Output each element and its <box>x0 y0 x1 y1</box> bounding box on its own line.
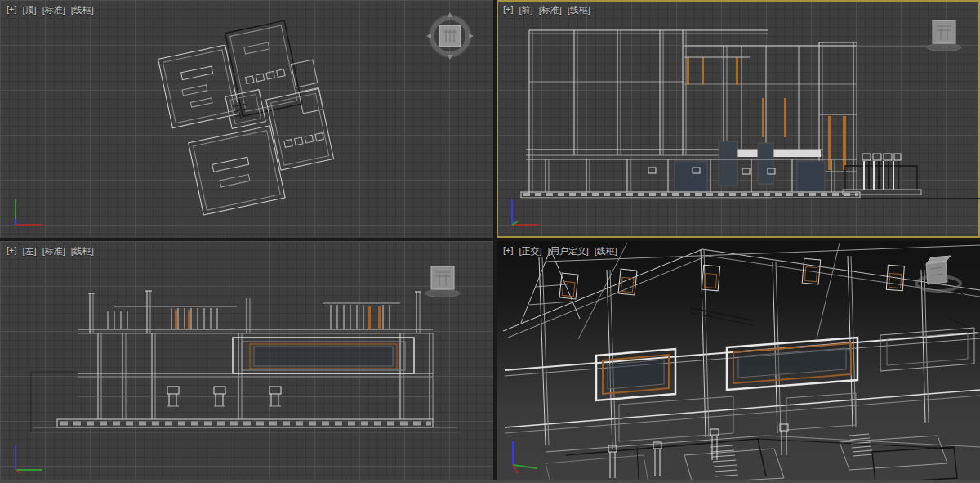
viewport-style-menu[interactable]: [标准] <box>42 245 65 257</box>
viewport-shading-menu[interactable]: [线框] <box>595 245 617 257</box>
viewport-menu-button[interactable]: [+] <box>7 245 17 257</box>
axis-tripod <box>8 442 46 478</box>
viewport-ortho-label: [+] [正交] [用户定义] [线框] <box>503 245 617 257</box>
viewport-left[interactable]: [+] [左] [标准] [线框] <box>0 241 493 483</box>
axis-tripod <box>505 439 542 478</box>
viewport-view-menu[interactable]: [左] <box>23 245 37 257</box>
viewcube-icon[interactable] <box>423 256 462 306</box>
front-view-wireframe <box>497 0 980 238</box>
viewport-menu-button[interactable]: [+] <box>7 4 17 16</box>
viewport-view-menu[interactable]: [顶] <box>23 4 37 16</box>
viewport-splitter-horizontal[interactable] <box>0 238 980 241</box>
viewport-shading-menu[interactable]: [线框] <box>71 245 94 257</box>
viewport-ortho[interactable]: [+] [正交] [用户定义] [线框] <box>497 241 980 483</box>
viewport-area-bottom-edge <box>0 480 980 483</box>
viewport-front-label: [+] [前] [标准] [线框] <box>503 4 590 16</box>
left-view-wireframe <box>0 241 493 483</box>
top-view-wireframe <box>0 0 493 238</box>
viewport-front[interactable]: [+] [前] [标准] [线框] <box>497 0 980 238</box>
viewport-splitter-vertical[interactable] <box>493 0 497 483</box>
viewport-view-menu[interactable]: [正交] <box>519 245 542 257</box>
viewcube-icon[interactable] <box>425 11 475 65</box>
axis-tripod <box>505 197 542 233</box>
viewport-grid: [+] [顶] [标准] [线框] <box>0 0 980 483</box>
viewport-view-menu[interactable]: [前] <box>519 4 533 16</box>
viewcube-icon[interactable] <box>913 251 964 303</box>
viewcube-icon[interactable] <box>924 10 964 60</box>
axis-tripod <box>8 197 46 233</box>
viewport-left-label: [+] [左] [标准] [线框] <box>7 245 94 257</box>
viewport-menu-button[interactable]: [+] <box>503 4 514 16</box>
viewport-shading-menu[interactable]: [线框] <box>71 4 94 16</box>
viewport-top-label: [+] [顶] [标准] [线框] <box>7 4 94 16</box>
viewport-menu-button[interactable]: [+] <box>503 245 514 257</box>
ortho-view-wireframe <box>497 241 980 483</box>
viewport-top[interactable]: [+] [顶] [标准] [线框] <box>0 0 493 238</box>
viewport-style-menu[interactable]: [用户定义] <box>548 245 589 257</box>
viewport-shading-menu[interactable]: [线框] <box>568 4 590 16</box>
viewport-style-menu[interactable]: [标准] <box>539 4 562 16</box>
viewport-style-menu[interactable]: [标准] <box>42 4 65 16</box>
